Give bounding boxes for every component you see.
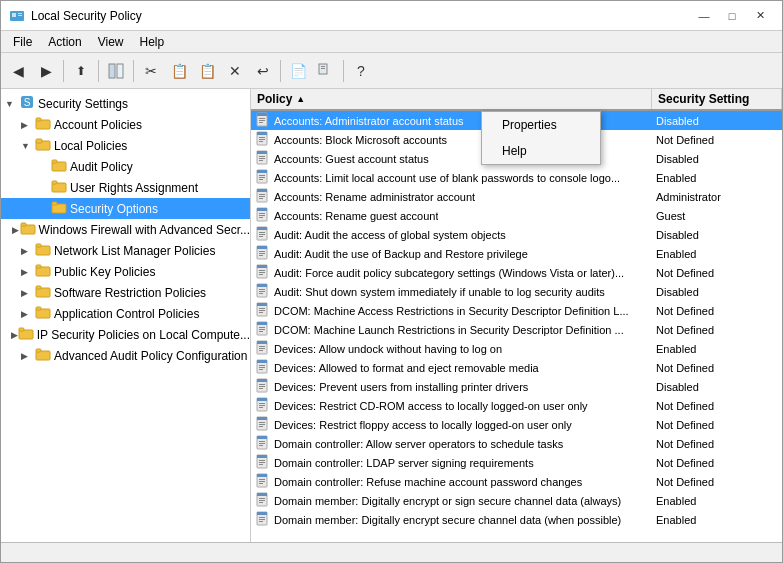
policy-icon bbox=[255, 435, 271, 453]
tree-expander[interactable]: ▶ bbox=[21, 309, 35, 319]
svg-rect-129 bbox=[259, 464, 263, 465]
show-hide-button[interactable] bbox=[103, 58, 129, 84]
forward-button[interactable]: ▶ bbox=[33, 58, 59, 84]
tree-expander[interactable]: ▼ bbox=[5, 99, 19, 109]
policy-row[interactable]: Audit: Audit the use of Backup and Resto… bbox=[251, 244, 782, 263]
window-controls: — □ ✕ bbox=[690, 6, 774, 26]
svg-rect-109 bbox=[259, 388, 263, 389]
svg-text:S: S bbox=[24, 97, 31, 108]
delete-button[interactable]: ✕ bbox=[222, 58, 248, 84]
svg-rect-128 bbox=[259, 462, 265, 463]
svg-rect-61 bbox=[257, 208, 267, 211]
paste-button[interactable]: 📋 bbox=[194, 58, 220, 84]
tree-expander[interactable]: ▼ bbox=[21, 141, 35, 151]
tree-expander[interactable]: ▶ bbox=[11, 330, 18, 340]
tree-item-audit-policy[interactable]: Audit Policy bbox=[1, 156, 250, 177]
policy-icon bbox=[255, 340, 271, 358]
policy-row[interactable]: DCOM: Machine Launch Restrictions in Sec… bbox=[251, 320, 782, 339]
policy-row[interactable]: Domain member: Digitally encrypt or sign… bbox=[251, 491, 782, 510]
policy-sort-icon: ▲ bbox=[296, 94, 305, 104]
policy-icon bbox=[255, 454, 271, 472]
tree-label-advanced-audit: Advanced Audit Policy Configuration bbox=[54, 349, 247, 363]
policy-icon bbox=[255, 188, 271, 206]
policy-row[interactable]: Audit: Force audit policy subcategory se… bbox=[251, 263, 782, 282]
tree-expander[interactable]: ▶ bbox=[21, 351, 35, 361]
svg-rect-79 bbox=[259, 274, 263, 275]
svg-rect-99 bbox=[259, 350, 263, 351]
policy-row[interactable]: DCOM: Machine Access Restrictions in Sec… bbox=[251, 301, 782, 320]
window-title: Local Security Policy bbox=[31, 9, 690, 23]
policy-row[interactable]: Accounts: Limit local account use of bla… bbox=[251, 168, 782, 187]
svg-rect-104 bbox=[259, 369, 263, 370]
tree-expander[interactable]: ▶ bbox=[12, 225, 20, 235]
policy-row[interactable]: Domain member: Digitally encrypt secure … bbox=[251, 510, 782, 529]
tree-item-public-key[interactable]: ▶Public Key Policies bbox=[1, 261, 250, 282]
menu-view[interactable]: View bbox=[90, 33, 132, 51]
setting-column-header[interactable]: Security Setting bbox=[652, 89, 782, 109]
tree-icon-user-rights bbox=[51, 178, 67, 197]
policy-row[interactable]: Accounts: Rename guest accountGuest bbox=[251, 206, 782, 225]
tree-item-user-rights[interactable]: User Rights Assignment bbox=[1, 177, 250, 198]
tree-item-advanced-audit[interactable]: ▶Advanced Audit Policy Configuration bbox=[1, 345, 250, 366]
tree-item-app-control[interactable]: ▶Application Control Policies bbox=[1, 303, 250, 324]
policy-row[interactable]: Devices: Restrict CD-ROM access to local… bbox=[251, 396, 782, 415]
help-button[interactable]: ? bbox=[348, 58, 374, 84]
policy-row[interactable]: Domain controller: LDAP server signing r… bbox=[251, 453, 782, 472]
policy-row[interactable]: Domain controller: Allow server operator… bbox=[251, 434, 782, 453]
policy-pane: Policy ▲ Security Setting Accounts: Admi… bbox=[251, 89, 782, 542]
copy-button[interactable]: 📋 bbox=[166, 58, 192, 84]
main-window: Local Security Policy — □ ✕ File Action … bbox=[0, 0, 783, 563]
menu-help[interactable]: Help bbox=[132, 33, 173, 51]
tree-pane[interactable]: ▼SSecurity Settings▶Account Policies▼Loc… bbox=[1, 89, 251, 542]
tree-item-network-list[interactable]: ▶Network List Manager Policies bbox=[1, 240, 250, 261]
policy-row[interactable]: Devices: Prevent users from installing p… bbox=[251, 377, 782, 396]
svg-rect-41 bbox=[257, 132, 267, 135]
tree-item-ip-security[interactable]: ▶IP Security Policies on Local Compute..… bbox=[1, 324, 250, 345]
policy-list[interactable]: Accounts: Administrator account statusDi… bbox=[251, 111, 782, 542]
svg-rect-111 bbox=[257, 398, 267, 401]
svg-rect-20 bbox=[52, 202, 57, 205]
policy-row[interactable]: Devices: Allow undock without having to … bbox=[251, 339, 782, 358]
tree-expander[interactable]: ▶ bbox=[21, 288, 35, 298]
properties-button[interactable]: 📄 bbox=[285, 58, 311, 84]
policy-icon bbox=[255, 378, 271, 396]
policy-row[interactable]: Devices: Restrict floppy access to local… bbox=[251, 415, 782, 434]
menu-file[interactable]: File bbox=[5, 33, 40, 51]
maximize-button[interactable]: □ bbox=[718, 6, 746, 26]
svg-rect-131 bbox=[257, 474, 267, 477]
svg-rect-62 bbox=[259, 213, 265, 214]
policy-row[interactable]: Domain controller: Refuse machine accoun… bbox=[251, 472, 782, 491]
svg-rect-107 bbox=[259, 384, 265, 385]
svg-rect-42 bbox=[259, 137, 265, 138]
svg-rect-123 bbox=[259, 443, 265, 444]
svg-rect-37 bbox=[259, 118, 265, 119]
close-button[interactable]: ✕ bbox=[746, 6, 774, 26]
policy-row[interactable]: Accounts: Rename administrator accountAd… bbox=[251, 187, 782, 206]
back-button[interactable]: ◀ bbox=[5, 58, 31, 84]
tree-expander[interactable]: ▶ bbox=[21, 246, 35, 256]
svg-rect-58 bbox=[259, 196, 265, 197]
minimize-button[interactable]: — bbox=[690, 6, 718, 26]
export-button[interactable] bbox=[313, 58, 339, 84]
tree-item-local-policies[interactable]: ▼Local Policies bbox=[1, 135, 250, 156]
tree-item-security-options[interactable]: Security Options bbox=[1, 198, 250, 219]
tree-item-windows-firewall[interactable]: ▶Windows Firewall with Advanced Secr... bbox=[1, 219, 250, 240]
tree-item-account-policies[interactable]: ▶Account Policies bbox=[1, 114, 250, 135]
svg-rect-71 bbox=[257, 246, 267, 249]
menu-action[interactable]: Action bbox=[40, 33, 89, 51]
policy-column-header[interactable]: Policy ▲ bbox=[251, 89, 652, 109]
svg-rect-124 bbox=[259, 445, 263, 446]
up-button[interactable]: ⬆ bbox=[68, 58, 94, 84]
context-menu-help[interactable]: Help bbox=[482, 138, 600, 164]
policy-row[interactable]: Devices: Allowed to format and eject rem… bbox=[251, 358, 782, 377]
tree-icon-network-list bbox=[35, 241, 51, 260]
context-menu-properties[interactable]: Properties bbox=[482, 112, 600, 138]
tree-item-security-settings[interactable]: ▼SSecurity Settings bbox=[1, 93, 250, 114]
cut-button[interactable]: ✂ bbox=[138, 58, 164, 84]
policy-row[interactable]: Audit: Audit the access of global system… bbox=[251, 225, 782, 244]
tree-expander[interactable]: ▶ bbox=[21, 267, 35, 277]
tree-expander[interactable]: ▶ bbox=[21, 120, 35, 130]
policy-row[interactable]: Audit: Shut down system immediately if u… bbox=[251, 282, 782, 301]
undo-button[interactable]: ↩ bbox=[250, 58, 276, 84]
tree-item-software-restriction[interactable]: ▶Software Restriction Policies bbox=[1, 282, 250, 303]
